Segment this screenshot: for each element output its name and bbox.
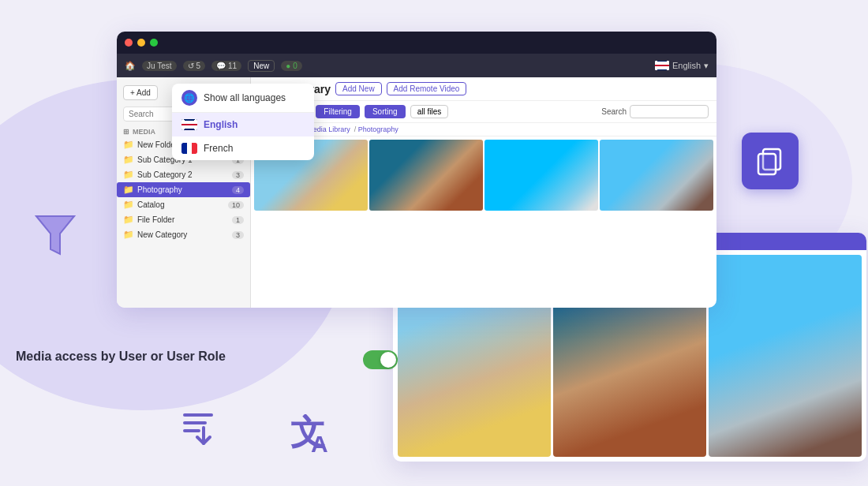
uk-flag-icon bbox=[655, 61, 669, 70]
maximize-dot[interactable] bbox=[150, 39, 158, 47]
copy-icon bbox=[755, 146, 785, 176]
show-all-label: Show all languages bbox=[204, 92, 286, 103]
folder-icon: 📁 bbox=[123, 200, 134, 210]
search-label: Search bbox=[601, 107, 627, 116]
comments-badge: ↺ 5 bbox=[183, 61, 206, 71]
sidebar-item-file-folder[interactable]: 📁 File Folder 1 bbox=[117, 212, 250, 227]
folder-icon: 📁 bbox=[123, 230, 134, 240]
media-thumb-3[interactable] bbox=[485, 140, 598, 211]
uk-flag-small bbox=[181, 119, 197, 130]
folder-icon: 📁 bbox=[123, 155, 134, 165]
filtering-button[interactable]: Filtering bbox=[316, 105, 360, 118]
toggle-switch[interactable] bbox=[363, 350, 398, 369]
media-thumb-4[interactable] bbox=[600, 140, 713, 211]
toggle-track[interactable] bbox=[363, 350, 398, 369]
funnel-icon bbox=[35, 213, 76, 264]
folder-icon: 📁 bbox=[123, 215, 134, 225]
folder-icon: 📁 bbox=[123, 140, 134, 150]
add-remote-button[interactable]: Add Remote Video bbox=[387, 82, 467, 95]
french-label: French bbox=[204, 143, 233, 154]
english-flag-icon bbox=[181, 119, 197, 130]
copy-icon-box bbox=[742, 133, 799, 189]
browser-titlebar bbox=[117, 32, 716, 54]
media-grid bbox=[251, 136, 716, 308]
lang-item-english[interactable]: English bbox=[172, 113, 314, 136]
zero-badge: ● 0 bbox=[281, 61, 302, 71]
search-box: Search bbox=[601, 105, 709, 118]
sorting-button[interactable]: Sorting bbox=[365, 105, 406, 118]
media-toolbar: Bulk select Filtering Sorting all files … bbox=[251, 101, 716, 123]
site-name: Ju Test bbox=[142, 61, 177, 71]
sort-down-icon bbox=[180, 406, 216, 454]
french-flag-icon bbox=[181, 143, 197, 154]
media-thumb-2[interactable] bbox=[369, 140, 483, 211]
translate-icon: 文 A bbox=[290, 414, 335, 464]
browser-navbar: 🏠 Ju Test ↺ 5 💬 11 New ● 0 English ▾ bbox=[117, 54, 716, 77]
minimize-dot[interactable] bbox=[137, 39, 145, 47]
sidebar-item-sub-category-2[interactable]: 📁 Sub Category 2 3 bbox=[117, 167, 250, 182]
search-input[interactable] bbox=[630, 105, 709, 118]
all-files-button[interactable]: all files bbox=[410, 105, 449, 118]
issues-badge: 💬 11 bbox=[211, 61, 241, 71]
language-dropdown: 🌐 Show all languages English French bbox=[172, 84, 314, 160]
english-label: English bbox=[204, 119, 238, 130]
globe-icon: 🌐 bbox=[181, 90, 197, 106]
breadcrumb: You are here : Media Library / Photograp… bbox=[251, 123, 716, 136]
bw2-photo-3[interactable] bbox=[709, 255, 862, 457]
svg-rect-6 bbox=[758, 154, 776, 174]
bottom-text: Media access by User or User Role bbox=[16, 350, 226, 364]
lang-selector[interactable]: English ▾ bbox=[655, 61, 709, 71]
sidebar-item-new-category[interactable]: 📁 New Category 3 bbox=[117, 227, 250, 242]
close-dot[interactable] bbox=[125, 39, 133, 47]
toggle-thumb bbox=[380, 352, 396, 368]
sidebar-item-catalog[interactable]: 📁 Catalog 10 bbox=[117, 197, 250, 212]
sidebar-item-photography[interactable]: 📁 Photography 4 bbox=[117, 182, 250, 197]
folder-icon: 📁 bbox=[123, 185, 134, 195]
browser-window: 🏠 Ju Test ↺ 5 💬 11 New ● 0 English ▾ + A… bbox=[117, 32, 716, 308]
content-header: Media Library Add New Add Remote Video bbox=[251, 77, 716, 101]
lang-item-french[interactable]: French bbox=[172, 136, 314, 160]
add-new-button[interactable]: Add New bbox=[335, 82, 382, 95]
home-icon: 🏠 bbox=[125, 61, 136, 71]
chevron-down-icon: ▾ bbox=[704, 61, 709, 71]
show-all-languages-item[interactable]: 🌐 Show all languages bbox=[172, 84, 314, 113]
main-content: Media Library Add New Add Remote Video B… bbox=[251, 77, 716, 308]
folder-icon: 📁 bbox=[123, 170, 134, 180]
svg-text:A: A bbox=[311, 431, 328, 455]
new-button[interactable]: New bbox=[248, 60, 275, 72]
add-folder-button[interactable]: + Add bbox=[123, 85, 158, 100]
